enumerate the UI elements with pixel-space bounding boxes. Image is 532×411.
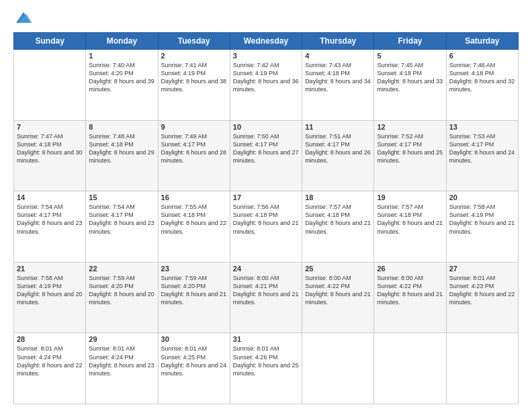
day-number: 31 <box>233 335 299 343</box>
cell-info: Sunrise: 7:51 AMSunset: 4:17 PMDaylight:… <box>305 132 371 165</box>
cell-info: Sunrise: 7:45 AMSunset: 4:18 PMDaylight:… <box>377 61 443 94</box>
day-number: 21 <box>17 265 83 273</box>
cell-info: Sunrise: 7:53 AMSunset: 4:17 PMDaylight:… <box>449 132 515 165</box>
calendar-cell: 22Sunrise: 7:59 AMSunset: 4:20 PMDayligh… <box>86 262 158 333</box>
day-header-wednesday: Wednesday <box>230 33 302 50</box>
day-number: 1 <box>89 52 154 60</box>
day-number: 29 <box>89 335 154 343</box>
calendar-cell: 2Sunrise: 7:41 AMSunset: 4:19 PMDaylight… <box>158 50 230 121</box>
cell-info: Sunrise: 7:57 AMSunset: 4:18 PMDaylight:… <box>305 203 371 236</box>
cell-info: Sunrise: 7:55 AMSunset: 4:18 PMDaylight:… <box>161 203 227 236</box>
calendar-header-row: SundayMondayTuesdayWednesdayThursdayFrid… <box>14 33 519 50</box>
day-number: 24 <box>233 265 299 273</box>
cell-info: Sunrise: 7:57 AMSunset: 4:18 PMDaylight:… <box>377 203 443 236</box>
calendar-cell: 12Sunrise: 7:52 AMSunset: 4:17 PMDayligh… <box>374 120 446 191</box>
cell-info: Sunrise: 8:01 AMSunset: 4:25 PMDaylight:… <box>161 345 227 377</box>
calendar-week-4: 21Sunrise: 7:58 AMSunset: 4:19 PMDayligh… <box>14 262 519 333</box>
cell-info: Sunrise: 7:42 AMSunset: 4:19 PMDaylight:… <box>233 61 299 94</box>
calendar-cell: 28Sunrise: 8:01 AMSunset: 4:24 PMDayligh… <box>14 333 86 404</box>
day-number: 3 <box>233 52 299 60</box>
day-header-saturday: Saturday <box>446 33 518 50</box>
cell-info: Sunrise: 7:58 AMSunset: 4:19 PMDaylight:… <box>17 274 83 307</box>
calendar-cell: 25Sunrise: 8:00 AMSunset: 4:22 PMDayligh… <box>302 262 374 333</box>
calendar-cell: 20Sunrise: 7:58 AMSunset: 4:19 PMDayligh… <box>446 191 518 263</box>
cell-info: Sunrise: 7:49 AMSunset: 4:17 PMDaylight:… <box>161 132 227 165</box>
day-number: 13 <box>449 123 515 131</box>
cell-info: Sunrise: 7:59 AMSunset: 4:20 PMDaylight:… <box>89 274 154 307</box>
day-number: 6 <box>449 52 515 60</box>
day-header-tuesday: Tuesday <box>158 33 230 50</box>
calendar-cell <box>446 333 518 404</box>
calendar-cell: 13Sunrise: 7:53 AMSunset: 4:17 PMDayligh… <box>446 120 518 191</box>
day-number: 22 <box>89 265 154 273</box>
day-header-sunday: Sunday <box>14 33 86 50</box>
calendar-cell <box>14 50 86 121</box>
day-header-thursday: Thursday <box>302 33 374 50</box>
calendar-cell: 14Sunrise: 7:54 AMSunset: 4:17 PMDayligh… <box>14 191 86 263</box>
day-number: 14 <box>17 193 83 201</box>
day-number: 19 <box>377 193 443 201</box>
cell-info: Sunrise: 8:00 AMSunset: 4:21 PMDaylight:… <box>233 274 299 307</box>
cell-info: Sunrise: 7:47 AMSunset: 4:18 PMDaylight:… <box>17 132 83 165</box>
calendar-cell: 9Sunrise: 7:49 AMSunset: 4:17 PMDaylight… <box>158 120 230 191</box>
cell-info: Sunrise: 7:40 AMSunset: 4:20 PMDaylight:… <box>89 61 154 94</box>
calendar-cell <box>374 333 446 404</box>
calendar-cell: 15Sunrise: 7:54 AMSunset: 4:17 PMDayligh… <box>86 191 158 263</box>
calendar-table: SundayMondayTuesdayWednesdayThursdayFrid… <box>13 32 519 404</box>
calendar-cell: 10Sunrise: 7:50 AMSunset: 4:17 PMDayligh… <box>230 120 302 191</box>
cell-info: Sunrise: 8:01 AMSunset: 4:24 PMDaylight:… <box>89 345 154 377</box>
day-number: 11 <box>305 123 371 131</box>
cell-info: Sunrise: 7:54 AMSunset: 4:17 PMDaylight:… <box>17 203 83 236</box>
logo-icon <box>15 11 31 26</box>
calendar-cell <box>302 333 374 404</box>
day-header-monday: Monday <box>86 33 158 50</box>
day-number: 4 <box>305 52 371 60</box>
day-number: 10 <box>233 123 299 131</box>
day-number: 7 <box>17 123 83 131</box>
calendar-cell: 19Sunrise: 7:57 AMSunset: 4:18 PMDayligh… <box>374 191 446 263</box>
day-number: 25 <box>305 265 371 273</box>
cell-info: Sunrise: 7:48 AMSunset: 4:18 PMDaylight:… <box>89 132 154 165</box>
day-number: 23 <box>161 265 227 273</box>
calendar-week-2: 7Sunrise: 7:47 AMSunset: 4:18 PMDaylight… <box>14 120 519 191</box>
calendar-week-1: 1Sunrise: 7:40 AMSunset: 4:20 PMDaylight… <box>14 50 519 121</box>
cell-info: Sunrise: 7:50 AMSunset: 4:17 PMDaylight:… <box>233 132 299 165</box>
logo <box>13 11 31 26</box>
calendar-cell: 31Sunrise: 8:01 AMSunset: 4:26 PMDayligh… <box>230 333 302 404</box>
calendar-cell: 1Sunrise: 7:40 AMSunset: 4:20 PMDaylight… <box>86 50 158 121</box>
day-number: 15 <box>89 193 154 201</box>
calendar-cell: 4Sunrise: 7:43 AMSunset: 4:18 PMDaylight… <box>302 50 374 121</box>
calendar-cell: 26Sunrise: 8:00 AMSunset: 4:22 PMDayligh… <box>374 262 446 333</box>
day-number: 12 <box>377 123 443 131</box>
cell-info: Sunrise: 8:00 AMSunset: 4:22 PMDaylight:… <box>305 274 371 307</box>
day-number: 28 <box>17 335 83 343</box>
cell-info: Sunrise: 8:01 AMSunset: 4:23 PMDaylight:… <box>449 274 515 307</box>
page: SundayMondayTuesdayWednesdayThursdayFrid… <box>0 0 532 411</box>
calendar-week-5: 28Sunrise: 8:01 AMSunset: 4:24 PMDayligh… <box>14 333 519 404</box>
calendar-cell: 24Sunrise: 8:00 AMSunset: 4:21 PMDayligh… <box>230 262 302 333</box>
cell-info: Sunrise: 7:56 AMSunset: 4:18 PMDaylight:… <box>233 203 299 236</box>
calendar-cell: 3Sunrise: 7:42 AMSunset: 4:19 PMDaylight… <box>230 50 302 121</box>
cell-info: Sunrise: 7:46 AMSunset: 4:18 PMDaylight:… <box>449 61 515 94</box>
cell-info: Sunrise: 7:43 AMSunset: 4:18 PMDaylight:… <box>305 61 371 94</box>
header <box>13 11 519 26</box>
calendar-cell: 5Sunrise: 7:45 AMSunset: 4:18 PMDaylight… <box>374 50 446 121</box>
cell-info: Sunrise: 7:59 AMSunset: 4:20 PMDaylight:… <box>161 274 227 307</box>
cell-info: Sunrise: 7:58 AMSunset: 4:19 PMDaylight:… <box>449 203 515 236</box>
calendar-cell: 8Sunrise: 7:48 AMSunset: 4:18 PMDaylight… <box>86 120 158 191</box>
calendar-cell: 29Sunrise: 8:01 AMSunset: 4:24 PMDayligh… <box>86 333 158 404</box>
cell-info: Sunrise: 7:41 AMSunset: 4:19 PMDaylight:… <box>161 61 227 94</box>
day-number: 16 <box>161 193 227 201</box>
calendar-cell: 16Sunrise: 7:55 AMSunset: 4:18 PMDayligh… <box>158 191 230 263</box>
calendar-cell: 27Sunrise: 8:01 AMSunset: 4:23 PMDayligh… <box>446 262 518 333</box>
calendar-cell: 17Sunrise: 7:56 AMSunset: 4:18 PMDayligh… <box>230 191 302 263</box>
day-number: 18 <box>305 193 371 201</box>
day-number: 27 <box>449 265 515 273</box>
day-number: 2 <box>161 52 227 60</box>
calendar-cell: 6Sunrise: 7:46 AMSunset: 4:18 PMDaylight… <box>446 50 518 121</box>
day-number: 30 <box>161 335 227 343</box>
day-number: 26 <box>377 265 443 273</box>
day-number: 17 <box>233 193 299 201</box>
calendar-cell: 23Sunrise: 7:59 AMSunset: 4:20 PMDayligh… <box>158 262 230 333</box>
day-number: 8 <box>89 123 154 131</box>
